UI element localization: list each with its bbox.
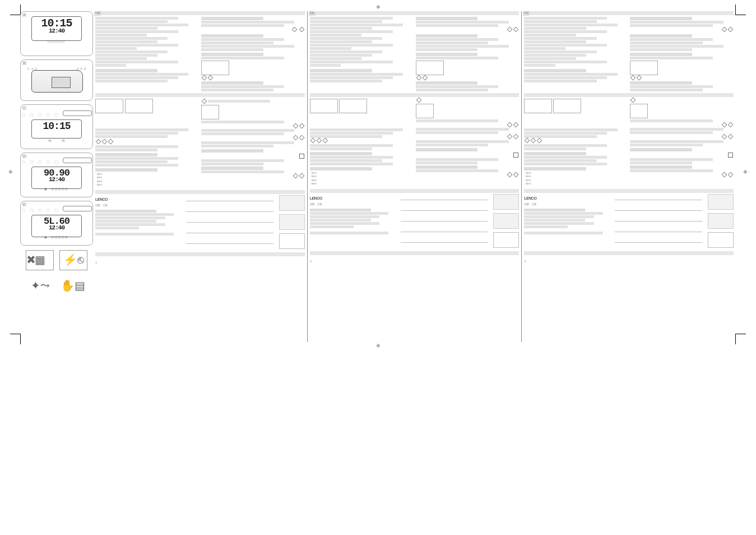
figure-e: E ◯ ◯ ◯ ◯ ◯ 5L.60 12:40 ◉ ◯◯◯◯◯ bbox=[20, 201, 93, 246]
diamond-icon bbox=[292, 27, 298, 33]
figure-e-topbar: ◯ ◯ ◯ ◯ ◯ bbox=[21, 204, 92, 214]
no-disassemble-icon: ✖ ▦ bbox=[26, 250, 54, 270]
language-columns: GB bbox=[93, 11, 736, 342]
figure-g: ✦⤳ ✋▤ bbox=[20, 275, 93, 297]
lcd-e: 5L.60 12:40 ◉ ◯◯◯◯◯ bbox=[31, 215, 82, 237]
footer-3: 3 bbox=[524, 260, 734, 264]
crop-mark-br bbox=[735, 334, 746, 344]
spec-line-3 bbox=[186, 216, 273, 223]
mini-illustration bbox=[201, 61, 229, 75]
sect-overview bbox=[95, 11, 305, 92]
cert-gb-2: GB bbox=[310, 202, 315, 206]
sect-radio-2: · item· item· item· item bbox=[310, 93, 520, 186]
sect-overview-2 bbox=[310, 11, 520, 92]
diamond-row bbox=[201, 76, 305, 81]
radio-illus-2 bbox=[125, 99, 153, 113]
product-callouts-left: ① ② ③ bbox=[27, 67, 37, 71]
lcd-d-icons: ◉ ◯◯◯◯◯ bbox=[44, 187, 69, 191]
cert-gb-3: GB bbox=[524, 202, 529, 206]
figure-d-label: D bbox=[22, 154, 27, 158]
spray-icon: ✦⤳ bbox=[27, 276, 54, 296]
lcd-c: 10:15 bbox=[31, 119, 82, 139]
spec-box-2 bbox=[279, 214, 305, 230]
product-illustration: ① ② ③ ④ ⑤ ⑥ bbox=[26, 63, 87, 95]
radio-right bbox=[201, 98, 305, 187]
sect-specifications-3: LENCO GB CE bbox=[524, 189, 734, 256]
figure-c-bottom-icons: ⊖ ⊖ bbox=[21, 139, 92, 143]
product-screen bbox=[52, 77, 71, 88]
figure-c-topbar: ◯ ◯ ◯ ◯ ◯ bbox=[21, 108, 92, 118]
cert-ce: CE bbox=[103, 204, 108, 207]
radio-left: · item· item· item· item bbox=[95, 98, 199, 187]
overview-left bbox=[95, 16, 199, 92]
cert-ce-2: CE bbox=[317, 202, 322, 206]
cert-gb: GB bbox=[95, 204, 100, 207]
lcd-d-sub: 12:40 bbox=[32, 177, 81, 183]
reg-mark-right: ◈ bbox=[743, 168, 748, 174]
lcd-a-icons: ◯◯◯◯◯ bbox=[48, 39, 65, 44]
lang-col-3: FR bbox=[521, 11, 736, 342]
preset-illus bbox=[201, 105, 219, 119]
spec-line-2 bbox=[186, 206, 273, 212]
spec-boxcol bbox=[279, 195, 305, 249]
figure-d-topbar: ◯ ◯ ◯ ◯ ◯ bbox=[21, 155, 92, 165]
brand-logo-2: LENCO bbox=[310, 196, 397, 201]
sect-radio: · item· item· item· item bbox=[95, 93, 305, 187]
figure-strip: A 10:15 12:40 ◯◯◯◯◯ B ① ② ③ ④ ⑤ ⑥ C ◯ ◯ … bbox=[20, 11, 93, 342]
figure-c: C ◯ ◯ ◯ ◯ ◯ 10:15 ⊖ ⊖ bbox=[20, 104, 93, 149]
figure-f: ✖ ▦ ⚡⎋ bbox=[20, 249, 93, 271]
crop-mark-tl bbox=[10, 4, 21, 15]
sect-overview-3 bbox=[524, 11, 734, 92]
cert-ce-3: CE bbox=[532, 202, 536, 206]
lcd-c-main: 10:15 bbox=[43, 121, 70, 132]
reg-mark-left: ◈ bbox=[8, 168, 13, 174]
lang-col-1: GB bbox=[93, 11, 307, 342]
crop-mark-bl bbox=[10, 334, 21, 344]
diamond-icon bbox=[299, 27, 304, 33]
reg-mark-bottom: ◈ bbox=[375, 342, 381, 348]
spec-line-4 bbox=[186, 227, 273, 233]
footer-2: 2 bbox=[310, 260, 520, 264]
figure-a-label: A bbox=[22, 13, 27, 17]
lcd-e-icons: ◉ ◯◯◯◯◯ bbox=[44, 235, 69, 239]
radio-illus-1 bbox=[95, 99, 123, 113]
wipe-icon: ✋▤ bbox=[59, 276, 86, 296]
spec-box-3 bbox=[279, 233, 305, 249]
sect-radio-3: · item· item· item· item bbox=[524, 93, 734, 186]
lcd-a-sub: 12:40 bbox=[32, 28, 81, 34]
spec-line-5 bbox=[186, 238, 273, 244]
overview-right bbox=[201, 16, 305, 92]
figure-c-label: C bbox=[22, 106, 27, 110]
crop-mark-tr bbox=[735, 4, 746, 15]
brand-logo-3: LENCO bbox=[524, 196, 611, 201]
lcd-d: 90.90 12:40 ◉ ◯◯◯◯◯ bbox=[31, 167, 82, 189]
lang-col-2: DE bbox=[307, 11, 522, 342]
figure-a: A 10:15 12:40 ◯◯◯◯◯ bbox=[20, 11, 93, 56]
spec-box-1 bbox=[279, 195, 305, 211]
footer-1: 1 bbox=[95, 261, 305, 265]
spec-left: LENCO GB CE bbox=[95, 195, 183, 249]
sect-specifications-2: LENCO GB CE bbox=[310, 189, 520, 256]
sect-specifications: LENCO GB CE bbox=[95, 190, 305, 257]
manual-sheet: A 10:15 12:40 ◯◯◯◯◯ B ① ② ③ ④ ⑤ ⑥ C ◯ ◯ … bbox=[20, 11, 736, 342]
lcd-a: 10:15 12:40 ◯◯◯◯◯ bbox=[31, 16, 82, 41]
figure-d: D ◯ ◯ ◯ ◯ ◯ 90.90 12:40 ◉ ◯◯◯◯◯ bbox=[20, 153, 93, 197]
spec-line-1 bbox=[186, 195, 273, 201]
lcd-e-sub: 12:40 bbox=[32, 225, 81, 231]
reg-mark-top: ◈ bbox=[375, 3, 381, 9]
figure-b: B ① ② ③ ④ ⑤ ⑥ bbox=[20, 59, 93, 101]
lang-badge-3: FR bbox=[523, 11, 530, 16]
unplug-icon: ⚡⎋ bbox=[59, 250, 87, 270]
checkbox-icon bbox=[299, 154, 304, 159]
figure-e-label: E bbox=[22, 202, 27, 206]
lang-badge-1: GB bbox=[94, 11, 101, 16]
brand-logo: LENCO bbox=[95, 197, 183, 202]
lang-badge-2: DE bbox=[309, 11, 316, 16]
product-callouts-right: ④ ⑤ ⑥ bbox=[76, 67, 86, 71]
spec-right bbox=[186, 195, 273, 249]
